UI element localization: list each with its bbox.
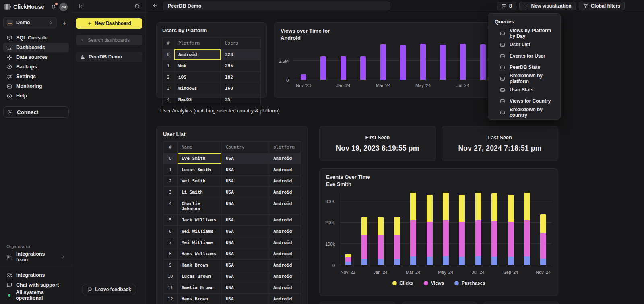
query-menu-item[interactable]: Breakdown by platform — [488, 73, 560, 84]
chart-bar[interactable] — [301, 74, 306, 80]
search-dashboards-input[interactable] — [87, 37, 139, 43]
chart-bar[interactable] — [427, 193, 433, 265]
chart-bar[interactable] — [341, 56, 346, 80]
chart-bar[interactable] — [410, 193, 416, 265]
sidebar-nav-item[interactable]: Backups — [3, 62, 69, 72]
query-menu-item[interactable]: User List — [488, 39, 560, 50]
back-button[interactable] — [152, 2, 159, 10]
sidebar-nav-item[interactable]: Settings — [3, 72, 69, 81]
table-row[interactable]: 10 Lucas Brown USA Android — [163, 271, 301, 282]
sidebar-nav-item[interactable]: SQL Console — [3, 33, 69, 43]
query-menu-item[interactable]: Breakdown by country — [488, 107, 560, 118]
app: ClickHouse ZN Demo + SQL Console — [0, 0, 644, 304]
notifications-bell-icon[interactable] — [50, 4, 57, 10]
query-menu-item[interactable]: Views for Country — [488, 95, 560, 107]
table-row[interactable]: 3 Li Smith USA Android — [163, 186, 301, 198]
x-axis-tick: Jan '24 — [336, 83, 350, 88]
chart-bar[interactable] — [524, 193, 530, 265]
chart-bar[interactable] — [380, 44, 386, 80]
legend-item[interactable]: Purchases — [454, 281, 485, 285]
leave-feedback-button[interactable]: Leave feedback — [82, 285, 136, 294]
last-seen-label: Last Seen — [488, 135, 512, 141]
main-area: 8 New visualization Global filters Users… — [146, 0, 644, 304]
table-row[interactable]: 0 Android 323 — [163, 49, 260, 60]
refresh-icon[interactable] — [134, 3, 140, 9]
table-row[interactable]: 5 Jack Williams USA Android — [163, 214, 301, 225]
integrations-item[interactable]: Integrations — [3, 270, 69, 280]
table-row[interactable]: 2 iOS 182 — [163, 71, 260, 83]
collapse-panel-icon[interactable] — [78, 3, 84, 9]
table-row[interactable]: 1 Lucas Smith USA Android — [163, 164, 301, 175]
table-row[interactable]: 8 Hans Williams USA Android — [163, 248, 301, 259]
chart-bar[interactable] — [361, 193, 367, 265]
chart-bar[interactable] — [420, 44, 426, 80]
table-row[interactable]: 4 Charlie Johnson USA Android — [163, 198, 301, 214]
system-status-item[interactable]: All systems operational — [3, 290, 69, 300]
chart-title: Events Over Time — [326, 174, 370, 181]
table-row[interactable]: 6 Wei Williams USA Android — [163, 225, 301, 237]
dashboard-list-item[interactable]: PeerDB Demo — [76, 52, 142, 62]
chart-bar[interactable] — [480, 44, 486, 80]
funnel-icon — [583, 4, 588, 9]
chat-with-support-item[interactable]: Chat with support — [3, 280, 69, 290]
new-dashboard-button[interactable]: New Dashboard — [76, 18, 142, 29]
org-selector[interactable]: Demo — [3, 17, 57, 28]
add-service-button[interactable]: + — [60, 17, 69, 28]
integrations-team-item[interactable]: Integrations team — [3, 252, 69, 262]
terminal-icon — [500, 76, 506, 81]
new-visualization-button[interactable]: New visualization — [519, 2, 576, 10]
chart-bar[interactable] — [443, 193, 449, 265]
table-row[interactable]: 4 MacOS 35 — [163, 94, 260, 105]
chart-title: Views over Time for — [281, 27, 330, 35]
table-row[interactable]: 3 Windows 160 — [163, 83, 260, 94]
sidebar-nav-item[interactable]: Dashboards — [3, 43, 69, 52]
table-row[interactable]: 11 Amelia Brown USA Android — [163, 282, 301, 293]
chart-bar-segment — [378, 217, 384, 235]
query-menu-item[interactable]: User Stats — [488, 84, 560, 95]
chart-bar[interactable] — [360, 56, 366, 80]
chart-bar[interactable] — [378, 193, 384, 265]
chart-bar[interactable] — [540, 193, 546, 265]
sidebar-nav-item[interactable]: Data sources — [3, 52, 69, 62]
table-row[interactable]: 7 Mei Williams USA Android — [163, 237, 301, 248]
chart-bar[interactable] — [394, 193, 400, 265]
chart-bar[interactable] — [460, 44, 466, 80]
table-row[interactable]: 2 Wei Smith USA Android — [163, 175, 301, 186]
query-menu-item[interactable]: Events for User — [488, 50, 560, 62]
chart-bar[interactable] — [345, 193, 351, 265]
chart-bar-segment — [475, 193, 481, 220]
table-row[interactable]: 9 Hank Brown USA Android — [163, 259, 301, 271]
chart-bar[interactable] — [400, 45, 406, 80]
chart-plot — [340, 193, 551, 265]
chart-bar[interactable] — [320, 56, 326, 80]
first-seen-label: First Seen — [365, 135, 390, 141]
x-axis-labels: Nov '23Jan '24Mar '24May '24Jul '24Sep '… — [340, 270, 551, 275]
chart-bar-segment — [508, 222, 514, 257]
back-arrow-icon — [152, 2, 159, 9]
queries-count-button[interactable]: 8 — [497, 2, 516, 10]
query-menu-item[interactable]: PeerDB Stats — [488, 62, 560, 73]
table-row[interactable]: 12 Hans Brown USA Android — [163, 293, 301, 304]
avatar[interactable]: ZN — [59, 3, 68, 11]
column-header: # — [163, 142, 177, 153]
plus-icon — [87, 21, 92, 26]
legend-item[interactable]: Clicks — [392, 281, 413, 285]
sidebar-nav-item[interactable]: Help — [3, 91, 69, 101]
query-menu-item[interactable]: Views by Platform by Day — [488, 28, 560, 39]
chart-bar[interactable] — [508, 193, 514, 265]
table-row[interactable]: 1 Web 295 — [163, 60, 260, 71]
chart-bar[interactable] — [440, 45, 446, 80]
chart-bar-segment — [475, 220, 481, 256]
chart-bar[interactable] — [475, 193, 481, 265]
legend-item[interactable]: Views — [424, 281, 444, 285]
sidebar-nav-item[interactable]: Monitoring — [3, 81, 69, 91]
dashboard-topbar: 8 New visualization Global filters — [146, 0, 644, 12]
chart-bar[interactable] — [491, 193, 497, 265]
dashboard-title-input[interactable] — [163, 2, 390, 10]
chart-bar[interactable] — [459, 193, 465, 265]
connect-button[interactable]: Connect — [3, 106, 69, 118]
table-row[interactable]: 0 Eve Smith USA Android — [163, 153, 301, 164]
global-filters-button[interactable]: Global filters — [579, 2, 625, 10]
column-header: Platform — [174, 38, 221, 49]
column-header: Users — [221, 38, 260, 49]
